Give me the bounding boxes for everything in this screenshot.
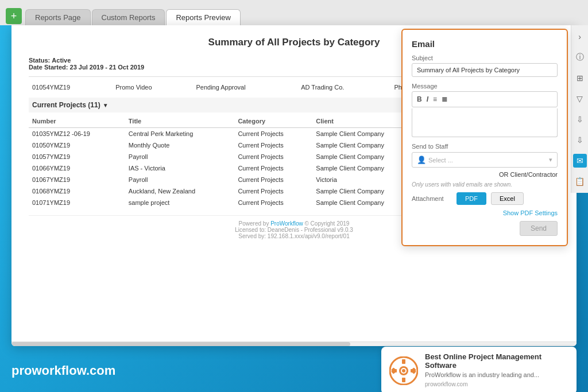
email-icon[interactable]: ✉ [573, 154, 587, 168]
add-tab-button[interactable]: + [6, 8, 22, 24]
italic-button[interactable]: I [427, 95, 428, 103]
date-started-value: 23 Jul 2019 - 21 Oct 2019 [70, 64, 145, 71]
cell-category: Current Projects [234, 197, 312, 208]
promo-logo-icon [389, 356, 418, 385]
valid-note: Only users with valid emails are shown. [412, 181, 558, 188]
send-to-label: Send to Staff [412, 143, 558, 150]
cell-number: 01068YMZ19 [29, 185, 125, 197]
proworkflow-branding-text: proworkflow.com [11, 363, 115, 378]
sidebar-icons: › ⓘ ⊞ ▽ ⇩ ⇩ ✉ 📋 [571, 25, 588, 193]
col-number: Number [29, 115, 125, 128]
info-icon[interactable]: ⓘ [573, 51, 587, 64]
col-category: Category [234, 115, 312, 128]
send-button[interactable]: Send [520, 221, 558, 236]
promo-card: Best Online Project Management Software … [381, 347, 577, 392]
cell-category: Current Projects [234, 162, 312, 174]
or-client-text: OR Client/Contractor [412, 171, 558, 178]
email-panel-title: Email [412, 39, 558, 49]
cell-number: 01066YMZ19 [29, 162, 125, 174]
promo-url: proworkflow.com [425, 381, 467, 387]
cell-title: Auckland, New Zealand [125, 185, 235, 197]
staff-select-dropdown[interactable]: 👤 Select ... ▾ [412, 152, 558, 168]
col-title: Title [125, 115, 235, 128]
cell-category: Current Projects [234, 139, 312, 151]
message-body[interactable] [412, 108, 558, 137]
promo-desc: ProWorkflow is an industry leading and..… [425, 371, 568, 378]
tab-reports-page[interactable]: Reports Page [25, 9, 91, 25]
cell-title: Payroll [125, 174, 235, 185]
attachment-row: Attachment PDF Excel [412, 192, 558, 205]
cell-number: 01050YMZ19 [29, 139, 125, 151]
cell-title: Central Perk Marketing [125, 128, 235, 140]
tabs-bar: + Reports Page Custom Reports Reports Pr… [0, 0, 588, 25]
status-value: Active [52, 57, 71, 64]
date-started-label: Date Started: [29, 64, 68, 71]
email-panel: Email Subject Message B I ≡ ≣ Send to St… [401, 29, 568, 246]
cell-title: IAS - Victoria [125, 162, 235, 174]
svg-point-11 [402, 369, 405, 372]
cell-client: AD Trading Co. [297, 81, 390, 93]
ol-button[interactable]: ≣ [442, 95, 447, 103]
message-toolbar: B I ≡ ≣ [412, 91, 558, 107]
brand-link[interactable]: ProWorkflow [270, 220, 303, 227]
report-meta-left: Status: Active Date Started: 23 Jul 2019… [29, 57, 144, 71]
cell-title: Promo Video [112, 81, 192, 93]
tab-reports-preview[interactable]: Reports Preview [166, 9, 240, 25]
excel-button[interactable]: Excel [491, 192, 524, 205]
tab-custom-reports[interactable]: Custom Reports [92, 9, 165, 25]
cell-category: Current Projects [234, 174, 312, 185]
section-label: Current Projects (11) [32, 101, 100, 109]
clipboard-icon[interactable]: 📋 [573, 174, 587, 188]
cell-category: Pending Approval [192, 81, 297, 93]
message-label: Message [412, 83, 558, 90]
filter-icon[interactable]: ▽ [573, 92, 587, 106]
plus-icon: + [11, 10, 17, 22]
table-icon[interactable]: ⊞ [573, 71, 587, 85]
show-pdf-settings-link[interactable]: Show PDF Settings [412, 209, 558, 216]
ul-button[interactable]: ≡ [433, 95, 437, 103]
cell-number: 01054YMZ19 [29, 81, 112, 93]
promo-text: Best Online Project Management Software … [425, 352, 568, 389]
subject-input[interactable] [412, 63, 558, 77]
download-pdf-icon[interactable]: ⇩ [573, 112, 587, 126]
cell-title: Payroll [125, 151, 235, 162]
scrollbar-thumb[interactable] [11, 342, 350, 346]
promo-title: Best Online Project Management Software [425, 352, 568, 370]
bold-button[interactable]: B [417, 95, 422, 103]
cell-title: Monthly Quote [125, 139, 235, 151]
person-icon: 👤 [417, 156, 426, 164]
pdf-button[interactable]: PDF [457, 192, 486, 205]
chevron-down-icon: ▼ [103, 102, 109, 108]
chevron-right-icon[interactable]: › [573, 30, 587, 44]
svg-rect-3 [402, 378, 405, 382]
cell-number: 01057YMZ19 [29, 151, 125, 162]
horizontal-scrollbar[interactable] [11, 341, 577, 346]
dropdown-chevron-icon: ▾ [549, 156, 552, 164]
cell-category: Current Projects [234, 151, 312, 162]
subject-label: Subject [412, 55, 558, 61]
bottom-section: proworkflow.com [11, 349, 577, 392]
cell-category: Current Projects [234, 128, 312, 140]
svg-rect-2 [402, 359, 405, 364]
cell-number: 01035YMZ12 -06-19 [29, 128, 125, 140]
status-label: Status: [29, 57, 50, 64]
cell-title: sample project [125, 197, 235, 208]
cell-category: Current Projects [234, 185, 312, 197]
cell-number: 01067YMZ19 [29, 174, 125, 185]
cell-number: 01071YMZ19 [29, 197, 125, 208]
download-xls-icon[interactable]: ⇩ [573, 133, 587, 147]
select-placeholder: Select ... [428, 157, 453, 164]
attachment-label: Attachment [412, 195, 452, 202]
